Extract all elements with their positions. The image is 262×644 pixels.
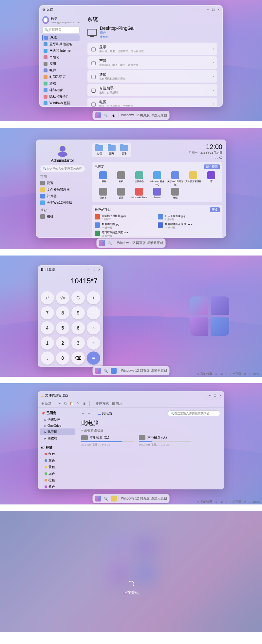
- calc-button-0[interactable]: 0: [56, 351, 69, 365]
- delete-icon[interactable]: 🗑: [83, 402, 86, 405]
- setting-row[interactable]: ▢专注助手通知、自动规则›: [87, 84, 217, 96]
- nav-item[interactable]: 网络和 Internet: [42, 47, 80, 54]
- calc-button-.[interactable]: .: [41, 351, 54, 365]
- calc-button-√x[interactable]: √x: [56, 291, 69, 304]
- app-tile[interactable]: Microsoft Store: [131, 188, 147, 199]
- start-item[interactable]: 相机: [40, 213, 85, 220]
- drive-item[interactable]: 本地磁盘 (D:)165.3 GB 可用, 共 216 GB: [139, 435, 191, 446]
- calc-button-+[interactable]: +: [87, 291, 100, 304]
- sidebar-item[interactable]: ▸回收站: [40, 435, 75, 442]
- calc-button-=[interactable]: =: [87, 351, 100, 365]
- nav-item[interactable]: 时间和语言: [42, 74, 80, 80]
- close-icon[interactable]: ×: [219, 393, 221, 397]
- drive-item[interactable]: 本地磁盘 (C:)32.6 GB 可用, 共 143 GB: [81, 435, 134, 446]
- pinned-group[interactable]: 📌已固定: [40, 410, 75, 416]
- recommended-item[interactable]: 可口可乐瓶盖厚度.xlsx35 分钟前: [95, 231, 157, 237]
- breadcrumb[interactable]: ▬此电脑: [98, 411, 165, 416]
- calc-task-icon[interactable]: [111, 368, 117, 374]
- widgets-button[interactable]: ◐: [111, 112, 117, 118]
- zoom-level[interactable]: 100%: [253, 500, 260, 503]
- all-apps-button[interactable]: 所有应用: [204, 164, 220, 169]
- recommended-item[interactable]: 科学地使用瓶盖.pptx5 分钟前: [95, 214, 157, 221]
- calc-button-3[interactable]: 3: [71, 336, 85, 350]
- app-tile[interactable]: Teams: [149, 188, 165, 199]
- tags-group[interactable]: 🏷标签: [40, 444, 75, 451]
- tag-item[interactable]: 橙色: [40, 477, 75, 483]
- search-input[interactable]: 🔍 查找设置: [42, 27, 80, 33]
- calc-button--[interactable]: -: [87, 306, 100, 319]
- nav-item[interactable]: 蓝牙和其他设备: [42, 41, 80, 47]
- start-button[interactable]: [95, 368, 101, 374]
- start-item[interactable]: 设置: [40, 180, 85, 186]
- tag-item[interactable]: 红色: [40, 451, 75, 457]
- folder-item[interactable]: 图片: [106, 145, 117, 155]
- calc-button-x²[interactable]: x²: [41, 291, 54, 304]
- sort-button[interactable]: ↕ 排序方式: [93, 401, 109, 406]
- app-tile[interactable]: 文件资源管理器: [185, 171, 202, 186]
- close-icon[interactable]: ×: [218, 8, 220, 11]
- maximize-icon[interactable]: □: [214, 393, 216, 397]
- folder-item[interactable]: 文档: [94, 145, 104, 155]
- folder-item[interactable]: 音乐: [119, 145, 129, 155]
- setting-row[interactable]: ▢声音声音级别、输入、输出、声音设备›: [87, 56, 217, 69]
- start-button[interactable]: [95, 496, 101, 502]
- calc-button-⌫[interactable]: ⌫: [71, 351, 85, 365]
- rename-icon[interactable]: ✎: [77, 402, 80, 405]
- app-tile[interactable]: 终端: [167, 188, 184, 199]
- copy-icon[interactable]: ⧉: [64, 402, 66, 406]
- app-tile[interactable]: 相机: [113, 171, 129, 186]
- calc-button-÷[interactable]: ÷: [87, 336, 100, 350]
- nav-item[interactable]: Windows 更新: [42, 100, 80, 106]
- minimize-icon[interactable]: −: [87, 268, 89, 272]
- explorer-task-icon[interactable]: [111, 496, 117, 502]
- avatar-icon[interactable]: [56, 144, 69, 157]
- recommended-item[interactable]: 瓶盖构造图.jpg16 分钟前: [95, 222, 157, 229]
- start-item[interactable]: 文件资源管理器: [40, 186, 85, 193]
- forward-button[interactable]: →: [87, 411, 91, 416]
- search-button[interactable]: 🔍: [103, 112, 109, 118]
- start-button[interactable]: [99, 240, 105, 246]
- app-tile[interactable]: 空: [203, 171, 220, 186]
- search-button[interactable]: 🔍: [103, 368, 109, 374]
- nav-item[interactable]: 系统: [42, 34, 80, 41]
- search-input[interactable]: 🔍 在这里输入你要搜索的内容: [40, 165, 85, 172]
- sidebar-item[interactable]: ▸OneDrive: [40, 423, 75, 428]
- zoom-level[interactable]: 100%: [253, 372, 260, 376]
- up-button[interactable]: ↑: [93, 411, 95, 416]
- setting-row[interactable]: ▢电源睡眠、电池使用率、节电模式›: [87, 98, 217, 106]
- back-button[interactable]: ←: [81, 411, 85, 416]
- search-button[interactable]: 🔍: [103, 496, 109, 502]
- search-button[interactable]: 🔍: [107, 240, 113, 246]
- nav-item[interactable]: 应用: [42, 61, 80, 67]
- nav-item[interactable]: 帐户: [42, 67, 80, 74]
- calc-button-8[interactable]: 8: [56, 306, 69, 319]
- fav-button[interactable]: ☆ 我的收藏: [196, 500, 212, 504]
- app-tile[interactable]: Windows 安全中心: [149, 171, 165, 186]
- minimize-icon[interactable]: −: [207, 8, 209, 11]
- setting-row[interactable]: ▢通知来自系统和应用的通知›: [87, 70, 217, 83]
- close-icon[interactable]: ×: [98, 268, 100, 272]
- calc-button-C[interactable]: C: [71, 291, 85, 304]
- download-button[interactable]: ↓ 全下载: [230, 500, 241, 504]
- app-tile[interactable]: 设置: [113, 188, 129, 199]
- tag-item[interactable]: 黄色: [40, 464, 75, 470]
- start-item[interactable]: 关于Win12网页版: [40, 199, 85, 206]
- paste-icon[interactable]: 📋: [70, 402, 74, 405]
- layout-button[interactable]: ▦ 布局: [112, 401, 122, 406]
- cut-icon[interactable]: ✂: [58, 402, 61, 405]
- app-tile[interactable]: 计算器: [95, 171, 111, 186]
- calc-button-7[interactable]: 7: [41, 306, 54, 319]
- setting-row[interactable]: ▢显示显示器、亮度、使用模式、显示器设置›: [87, 43, 217, 55]
- nav-item[interactable]: 辅助功能: [42, 87, 80, 93]
- app-tile[interactable]: 关于win12 网页版: [167, 171, 184, 186]
- start-button[interactable]: [95, 112, 101, 118]
- minimize-icon[interactable]: −: [208, 393, 210, 397]
- maximize-icon[interactable]: □: [93, 268, 95, 272]
- nav-item[interactable]: 游戏: [42, 80, 80, 87]
- maximize-icon[interactable]: □: [212, 8, 215, 11]
- user-link[interactable]: 用户: [100, 31, 106, 34]
- recommended-item[interactable]: 瓶盖的构造及作用.docx24 分钟前: [158, 222, 220, 229]
- new-button[interactable]: ⊕ 新建: [41, 401, 51, 406]
- recommended-item[interactable]: 可口可乐瓶盖.jpg7 分钟前: [158, 214, 220, 221]
- nav-item[interactable]: 个性化: [42, 54, 80, 61]
